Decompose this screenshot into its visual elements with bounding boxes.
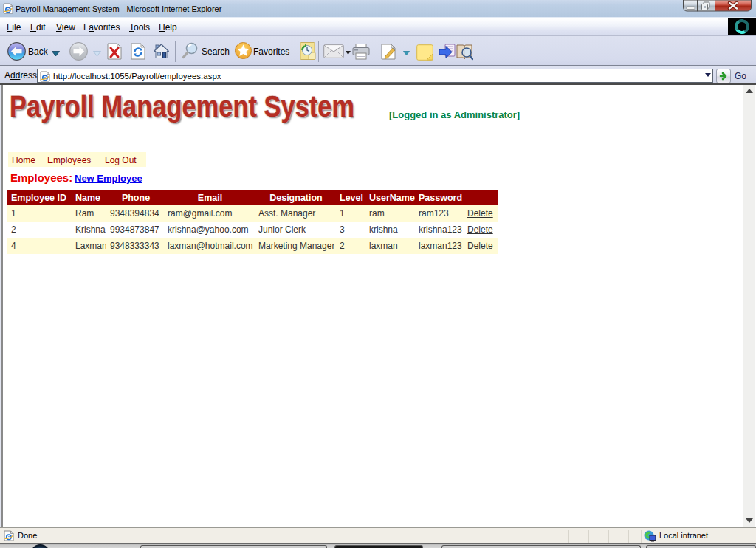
svg-text:e: e xyxy=(6,6,10,13)
svg-text:e: e xyxy=(7,533,10,541)
svg-text:e: e xyxy=(43,74,47,81)
